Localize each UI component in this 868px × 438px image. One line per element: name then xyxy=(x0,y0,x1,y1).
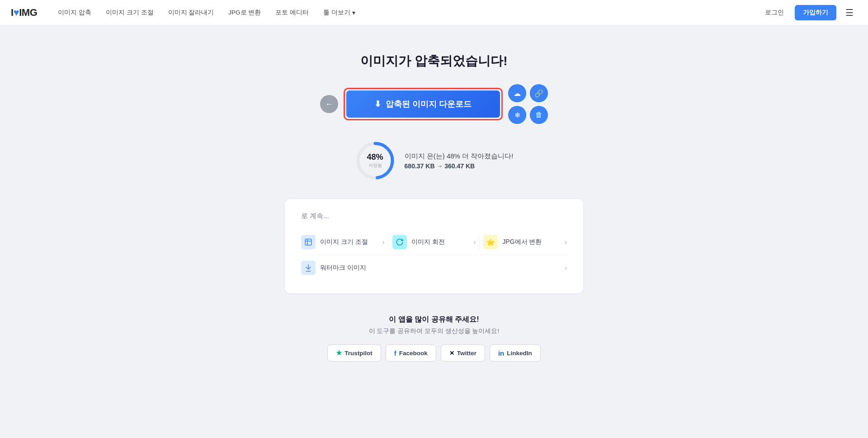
share-buttons: ★ Trustpilot f Facebook ✕ Twitter in Lin… xyxy=(327,344,541,362)
linkedin-button[interactable]: in LinkedIn xyxy=(490,344,541,362)
trustpilot-icon: ★ xyxy=(336,349,342,357)
trustpilot-label: Trustpilot xyxy=(344,350,373,357)
watermark-label: 워터마크 이미지 xyxy=(320,264,366,272)
main-nav: 이미지 압축 이미지 크기 조절 이미지 잘라내기 JPG로 변환 포토 에디터… xyxy=(52,5,760,20)
back-button[interactable]: ← xyxy=(320,95,338,113)
nav-resize[interactable]: 이미지 크기 조절 xyxy=(99,5,160,20)
resize-arrow-icon: › xyxy=(382,238,385,246)
twitter-label: Twitter xyxy=(457,350,476,357)
nav-crop[interactable]: 이미지 잘라내기 xyxy=(162,5,221,20)
chevron-down-icon: ▾ xyxy=(352,9,355,16)
action-row-bottom: ❄ 🗑 xyxy=(508,106,548,124)
continue-item-watermark[interactable]: 워터마크 이미지 › xyxy=(301,255,567,281)
logo[interactable]: I♥IMG xyxy=(11,7,37,19)
linkedin-icon: in xyxy=(498,349,504,357)
jpg-label: JPG에서 변환 xyxy=(502,238,542,246)
nav-jpg[interactable]: JPG로 변환 xyxy=(222,5,267,20)
download-icon: ⬇ xyxy=(374,99,381,109)
share-section: 이 앱을 많이 공유해 주세요! 이 도구를 공유하여 모두의 생산성을 높이세… xyxy=(327,315,541,362)
rotate-label: 이미지 회전 xyxy=(411,238,445,246)
action-row-top: ☁ 🔗 xyxy=(508,84,548,102)
continue-title: 로 계속... xyxy=(301,212,567,220)
hamburger-menu-icon[interactable]: ☰ xyxy=(842,5,857,20)
cloud-upload-icon: ☁ xyxy=(514,89,521,98)
facebook-button[interactable]: f Facebook xyxy=(386,344,436,362)
header: I♥IMG 이미지 압축 이미지 크기 조절 이미지 잘라내기 JPG로 변환 … xyxy=(0,0,868,25)
resize-icon xyxy=(301,235,316,249)
main-content: 이미지가 압축되었습니다! ← ⬇ 압축된 이미지 다운로드 ☁ 🔗 xyxy=(0,25,868,398)
link-icon: 🔗 xyxy=(534,89,543,98)
continue-item-resize[interactable]: 이미지 크기 조절 › xyxy=(301,229,385,255)
continue-items-list: 이미지 크기 조절 › 이미지 회전 › xyxy=(301,229,567,281)
continue-item-rotate[interactable]: 이미지 회전 › xyxy=(392,229,476,255)
nav-editor[interactable]: 포토 에디터 xyxy=(269,5,315,20)
resize-label: 이미지 크기 조절 xyxy=(320,238,368,246)
trustpilot-button[interactable]: ★ Trustpilot xyxy=(327,344,381,362)
trash-icon: 🗑 xyxy=(535,111,542,119)
stats-sizes: 680.37 KB → 360.47 KB xyxy=(405,162,514,170)
linkedin-label: LinkedIn xyxy=(507,350,532,357)
action-icons: ☁ 🔗 ❄ 🗑 xyxy=(508,84,548,124)
download-area: ← ⬇ 압축된 이미지 다운로드 ☁ 🔗 ❄ xyxy=(320,84,548,124)
continue-row-1: 이미지 크기 조절 › 이미지 회전 › xyxy=(301,229,567,255)
login-button[interactable]: 로그인 xyxy=(760,6,789,19)
rotate-icon xyxy=(392,235,407,249)
twitter-x-icon: ✕ xyxy=(449,350,454,357)
nav-more[interactable]: 툴 더보기 ▾ xyxy=(317,5,362,20)
header-actions: 로그인 가입하기 ☰ xyxy=(760,5,857,20)
continue-item-jpg[interactable]: ⭐ JPG에서 변환 › xyxy=(483,229,567,255)
rotate-arrow-icon: › xyxy=(474,238,476,246)
twitter-button[interactable]: ✕ Twitter xyxy=(441,344,485,362)
delete-button[interactable]: 🗑 xyxy=(530,106,548,124)
percent-value: 48% xyxy=(367,152,383,162)
link-button[interactable]: 🔗 xyxy=(530,84,548,102)
continue-box: 로 계속... 이미지 크기 조절 › xyxy=(285,199,583,293)
jpg-arrow-icon: › xyxy=(565,238,567,246)
stats-area: 48% 저장됨 이미지 은(는) 48% 더 작아졌습니다! 680.37 KB… xyxy=(355,140,514,181)
dropbox-icon: ❄ xyxy=(514,111,520,119)
download-button[interactable]: ⬇ 압축된 이미지 다운로드 xyxy=(346,90,500,118)
stats-description: 이미지 은(는) 48% 더 작아졌습니다! xyxy=(405,152,514,161)
logo-text: I♥IMG xyxy=(11,7,37,19)
signup-button[interactable]: 가입하기 xyxy=(795,5,836,20)
progress-circle: 48% 저장됨 xyxy=(355,140,396,181)
svg-rect-2 xyxy=(305,239,311,245)
watermark-icon xyxy=(301,261,316,275)
vertical-divider-2 xyxy=(479,233,480,251)
facebook-icon: f xyxy=(394,349,396,357)
continue-row-2: 워터마크 이미지 › xyxy=(301,255,567,281)
watermark-arrow-icon: › xyxy=(565,264,567,271)
dropbox-button[interactable]: ❄ xyxy=(508,106,526,124)
page-title: 이미지가 압축되었습니다! xyxy=(360,52,507,70)
arrow-left-icon: ← xyxy=(325,100,333,109)
facebook-label: Facebook xyxy=(399,350,428,357)
share-subtitle: 이 도구를 공유하여 모두의 생산성을 높이세요! xyxy=(327,327,541,335)
stats-text: 이미지 은(는) 48% 더 작아졌습니다! 680.37 KB → 360.4… xyxy=(405,152,514,170)
upload-cloud-button[interactable]: ☁ xyxy=(508,84,526,102)
nav-compress[interactable]: 이미지 압축 xyxy=(52,5,98,20)
jpg-icon: ⭐ xyxy=(483,235,498,249)
share-title: 이 앱을 많이 공유해 주세요! xyxy=(327,315,541,324)
saved-label: 저장됨 xyxy=(367,162,383,169)
circle-label: 48% 저장됨 xyxy=(367,152,383,169)
vertical-divider xyxy=(388,233,389,251)
download-btn-wrapper: ⬇ 압축된 이미지 다운로드 xyxy=(344,88,503,120)
